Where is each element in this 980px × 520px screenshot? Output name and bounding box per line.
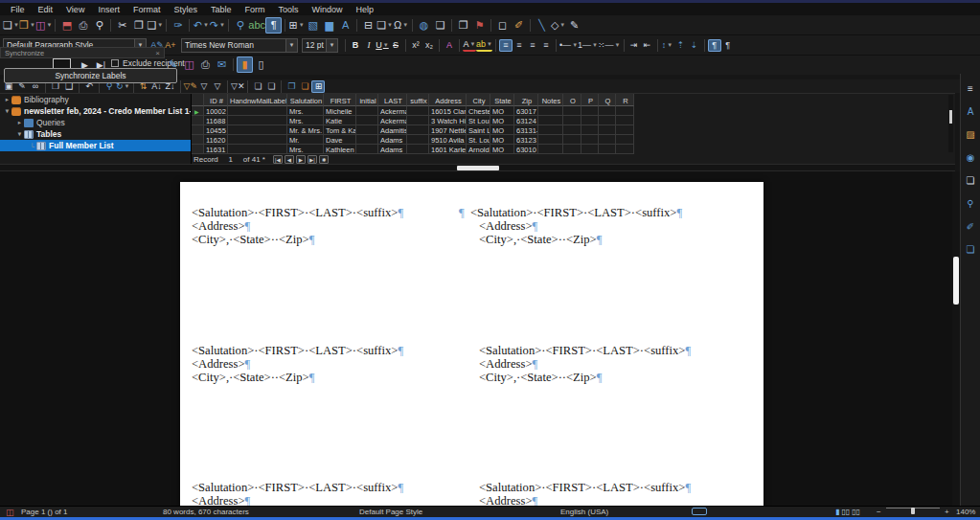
menu-view[interactable]: View <box>59 3 91 15</box>
table-cell[interactable]: Adamitis <box>378 125 407 135</box>
table-cell[interactable]: 63124 <box>514 116 538 125</box>
align-right-button[interactable]: ≡ <box>526 39 539 52</box>
apply-filter-icon[interactable]: ▽ <box>197 80 211 93</box>
table-cell[interactable]: Ackerman <box>378 116 407 125</box>
column-header[interactable]: HandnwMailLabel <box>228 94 287 106</box>
decrease-paragraph-spacing-button[interactable]: ⇣ <box>688 39 701 52</box>
word-count-status[interactable]: 80 words, 670 characters <box>163 508 249 516</box>
menu-format[interactable]: Format <box>126 3 168 15</box>
style-inspector-icon[interactable]: ⚲ <box>964 196 978 211</box>
table-cell[interactable]: MO <box>490 125 514 135</box>
table-cell[interactable] <box>356 145 378 154</box>
page-icon[interactable]: ❏ <box>964 173 978 188</box>
zoom-level-value[interactable]: 140% <box>956 508 975 516</box>
expand-icon[interactable]: ▸ <box>15 119 24 126</box>
column-header[interactable]: City <box>467 94 490 106</box>
table-cell[interactable] <box>228 106 287 116</box>
gallery-icon[interactable]: ▨ <box>964 127 978 142</box>
exchange-database-icon[interactable]: ▯ <box>253 57 269 73</box>
table-cell[interactable]: Chesterf <box>467 106 490 116</box>
chevron-down-icon[interactable]: ▼ <box>13 22 19 28</box>
chevron-down-icon[interactable]: ▼ <box>667 42 672 48</box>
table-cell[interactable]: Adams <box>378 145 407 154</box>
column-header[interactable]: suffix <box>407 94 429 106</box>
table-cell[interactable]: 16015 Clarks <box>429 106 467 116</box>
menu-window[interactable]: Window <box>305 3 349 15</box>
table-cell[interactable] <box>616 116 634 125</box>
table-cell[interactable] <box>356 116 378 125</box>
table-cell[interactable] <box>228 135 287 145</box>
print-merged-documents-icon[interactable]: ⎙ <box>197 57 214 73</box>
sidebar-settings-icon[interactable]: ≡ <box>964 81 978 96</box>
table-cell[interactable]: 1601 Karley <box>429 145 467 154</box>
document-page[interactable]: <Salutation>·<FIRST>·<LAST>·<suffix>¶<Ad… <box>180 182 763 506</box>
column-header[interactable]: FIRST <box>324 94 356 106</box>
table-cell[interactable] <box>581 125 599 135</box>
next-record-button[interactable]: ▶ <box>296 155 306 164</box>
export-pdf-icon[interactable]: ⬒ <box>58 17 75 34</box>
zoom-out-button[interactable]: − <box>877 508 881 516</box>
open-icon[interactable]: ❒▼ <box>19 17 35 34</box>
chevron-down-icon[interactable]: ▼ <box>46 22 52 28</box>
menu-help[interactable]: Help <box>349 3 380 15</box>
new-record-button[interactable]: ✱ <box>319 155 329 164</box>
table-cell[interactable]: Arnold <box>467 145 490 154</box>
align-left-button[interactable]: ≡ <box>499 39 513 52</box>
table-cell[interactable]: Dave <box>324 135 356 145</box>
line-spacing-button[interactable]: ↕▼ <box>661 39 674 52</box>
insert-text-box-icon[interactable]: A <box>337 17 353 34</box>
table-cell[interactable] <box>616 145 634 154</box>
column-header[interactable]: R <box>616 94 634 106</box>
formatting-marks-icon[interactable]: ¶ <box>265 17 282 34</box>
table-cell[interactable] <box>538 135 563 145</box>
zoom-in-button[interactable]: + <box>945 508 949 516</box>
menu-form[interactable]: Form <box>238 3 271 15</box>
table-cell[interactable]: Kathleen <box>324 145 356 154</box>
tree-item-queries[interactable]: ▸Queries <box>0 117 191 128</box>
chevron-down-icon[interactable]: ▼ <box>157 22 163 28</box>
mail-merge-label-block[interactable]: <Salutation>·<FIRST>·<LAST>·<suffix>¶<Ad… <box>192 481 403 506</box>
font-size-combo[interactable]: 12 pt ▼ <box>302 38 338 53</box>
spelling-icon[interactable]: abc <box>248 17 265 34</box>
undo-icon[interactable]: ↶▼ <box>193 17 209 34</box>
table-cell[interactable]: Mr. & Mrs. <box>287 125 324 135</box>
table-cell[interactable]: Mrs. <box>287 106 324 116</box>
chevron-down-icon[interactable]: ▼ <box>326 39 337 52</box>
properties-icon[interactable]: A <box>964 104 978 119</box>
table-cell[interactable]: 10002 <box>204 106 228 116</box>
insert-image-icon[interactable]: ▧ <box>305 17 321 34</box>
table-cell[interactable] <box>581 116 599 125</box>
mail-merge-label-block[interactable]: ¶ <Salutation>·<FIRST>·<LAST>·<suffix>¶<… <box>479 206 682 246</box>
menu-tools[interactable]: Tools <box>271 3 305 15</box>
document-area[interactable]: <Salutation>·<FIRST>·<LAST>·<suffix>¶<Ad… <box>0 171 955 506</box>
row-selector[interactable] <box>192 125 204 135</box>
italic-button[interactable]: I <box>362 39 376 52</box>
insert-comment-icon[interactable]: ◻ <box>494 17 511 34</box>
table-cell[interactable] <box>407 106 429 116</box>
new-document-icon[interactable]: ❏▼ <box>3 17 19 34</box>
menu-table[interactable]: Table <box>204 3 239 15</box>
document-vertical-scrollbar[interactable] <box>952 171 960 506</box>
chevron-down-icon[interactable]: ▼ <box>615 42 621 48</box>
table-cell[interactable] <box>599 116 616 125</box>
table-cell[interactable]: MO <box>490 145 514 154</box>
table-cell[interactable] <box>356 125 378 135</box>
page-number-status[interactable]: Page 1 () of 1 <box>21 508 67 516</box>
multiple-page-view-icon[interactable]: ▯▯ <box>841 508 850 516</box>
table-cell[interactable] <box>599 145 616 154</box>
table-cell[interactable] <box>581 145 599 154</box>
reset-filter-icon[interactable]: ▽✕ <box>231 80 244 93</box>
table-cell[interactable] <box>228 125 287 135</box>
save-merged-documents-icon[interactable]: ◫ <box>181 57 197 73</box>
tree-item-newsletter-feb-2024-credo-memb[interactable]: ▾newsletter feb, 2024 - Credo Member Lis… <box>0 105 191 117</box>
underline-button[interactable]: U▼ <box>376 39 389 52</box>
outline-list-button[interactable]: ⁙—▼ <box>598 39 621 52</box>
print-preview-icon[interactable]: ⚲ <box>91 17 107 34</box>
left-to-right-button[interactable]: ¶ <box>708 39 721 52</box>
accessibility-check-icon[interactable]: ❏ <box>964 242 978 257</box>
checkbox-icon[interactable] <box>111 59 119 67</box>
column-header[interactable]: O <box>563 94 581 106</box>
chevron-down-icon[interactable]: ▼ <box>387 22 393 28</box>
table-cell[interactable]: Ackerman <box>378 106 407 116</box>
superscript-button[interactable]: x² <box>409 39 422 52</box>
